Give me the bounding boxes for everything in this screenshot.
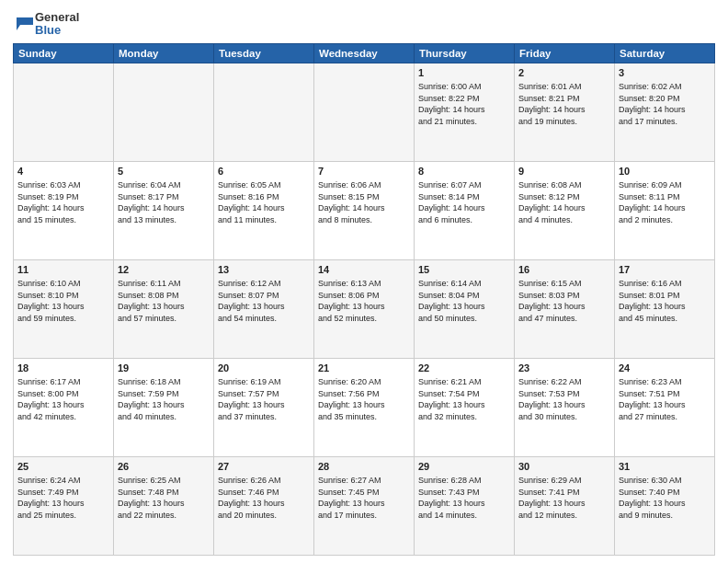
day-number: 6 [218, 165, 310, 178]
calendar-cell: 30Sunrise: 6:29 AMSunset: 7:41 PMDayligh… [515, 456, 615, 555]
calendar-cell: 14Sunrise: 6:13 AMSunset: 8:06 PMDayligh… [314, 259, 415, 358]
calendar-cell: 2Sunrise: 6:01 AMSunset: 8:21 PMDaylight… [515, 63, 615, 161]
weekday-header-tuesday: Tuesday [214, 43, 314, 63]
calendar-cell: 18Sunrise: 6:17 AMSunset: 8:00 PMDayligh… [14, 358, 114, 456]
day-number: 22 [418, 362, 510, 375]
day-number: 2 [518, 66, 610, 80]
day-number: 4 [17, 165, 109, 178]
day-number: 9 [518, 165, 610, 178]
calendar-cell: 4Sunrise: 6:03 AMSunset: 8:19 PMDaylight… [14, 161, 114, 259]
day-number: 1 [418, 66, 510, 80]
logo: GeneralBlue [13, 11, 79, 38]
day-number: 13 [218, 263, 310, 277]
calendar-cell: 29Sunrise: 6:28 AMSunset: 7:43 PMDayligh… [415, 456, 515, 555]
calendar-cell: 31Sunrise: 6:30 AMSunset: 7:40 PMDayligh… [615, 456, 715, 555]
day-number: 19 [118, 362, 210, 375]
day-number: 17 [619, 263, 711, 277]
calendar-cell: 22Sunrise: 6:21 AMSunset: 7:54 PMDayligh… [415, 358, 515, 456]
day-number: 14 [318, 263, 410, 277]
week-row-4: 18Sunrise: 6:17 AMSunset: 8:00 PMDayligh… [14, 358, 715, 456]
day-number: 10 [619, 165, 711, 178]
day-number: 12 [118, 263, 210, 277]
calendar-cell: 20Sunrise: 6:19 AMSunset: 7:57 PMDayligh… [214, 358, 314, 456]
calendar-cell: 7Sunrise: 6:06 AMSunset: 8:15 PMDaylight… [314, 161, 415, 259]
top-section: GeneralBlue [13, 11, 715, 38]
page: GeneralBlue SundayMondayTuesdayWednesday… [0, 0, 728, 563]
day-number: 7 [318, 165, 410, 178]
day-number: 15 [418, 263, 510, 277]
calendar-cell: 23Sunrise: 6:22 AMSunset: 7:53 PMDayligh… [515, 358, 615, 456]
calendar-cell [114, 63, 214, 161]
weekday-header-sunday: Sunday [14, 43, 114, 63]
weekday-header-saturday: Saturday [615, 43, 715, 63]
weekday-header-wednesday: Wednesday [314, 43, 415, 63]
weekday-header-friday: Friday [515, 43, 615, 63]
calendar-cell [214, 63, 314, 161]
calendar-cell: 10Sunrise: 6:09 AMSunset: 8:11 PMDayligh… [615, 161, 715, 259]
calendar-cell: 21Sunrise: 6:20 AMSunset: 7:56 PMDayligh… [314, 358, 415, 456]
calendar-cell: 11Sunrise: 6:10 AMSunset: 8:10 PMDayligh… [14, 259, 114, 358]
day-number: 29 [418, 460, 510, 474]
day-number: 8 [418, 165, 510, 178]
calendar-cell: 12Sunrise: 6:11 AMSunset: 8:08 PMDayligh… [114, 259, 214, 358]
calendar-cell: 6Sunrise: 6:05 AMSunset: 8:16 PMDaylight… [214, 161, 314, 259]
calendar-cell: 27Sunrise: 6:26 AMSunset: 7:46 PMDayligh… [214, 456, 314, 555]
calendar-cell: 19Sunrise: 6:18 AMSunset: 7:59 PMDayligh… [114, 358, 214, 456]
weekday-header-thursday: Thursday [415, 43, 515, 63]
calendar-cell: 25Sunrise: 6:24 AMSunset: 7:49 PMDayligh… [14, 456, 114, 555]
day-number: 24 [619, 362, 711, 375]
calendar-cell: 24Sunrise: 6:23 AMSunset: 7:51 PMDayligh… [615, 358, 715, 456]
weekday-header-monday: Monday [114, 43, 214, 63]
calendar-cell [14, 63, 114, 161]
calendar-table: SundayMondayTuesdayWednesdayThursdayFrid… [13, 43, 715, 556]
week-row-5: 25Sunrise: 6:24 AMSunset: 7:49 PMDayligh… [14, 456, 715, 555]
day-number: 28 [318, 460, 410, 474]
calendar-cell: 3Sunrise: 6:02 AMSunset: 8:20 PMDaylight… [615, 63, 715, 161]
week-row-3: 11Sunrise: 6:10 AMSunset: 8:10 PMDayligh… [14, 259, 715, 358]
day-number: 26 [118, 460, 210, 474]
calendar-cell: 17Sunrise: 6:16 AMSunset: 8:01 PMDayligh… [615, 259, 715, 358]
weekday-header-row: SundayMondayTuesdayWednesdayThursdayFrid… [14, 43, 715, 63]
calendar-cell: 26Sunrise: 6:25 AMSunset: 7:48 PMDayligh… [114, 456, 214, 555]
day-number: 25 [17, 460, 109, 474]
calendar-cell [314, 63, 415, 161]
day-number: 20 [218, 362, 310, 375]
calendar-cell: 8Sunrise: 6:07 AMSunset: 8:14 PMDaylight… [415, 161, 515, 259]
day-number: 18 [17, 362, 109, 375]
week-row-2: 4Sunrise: 6:03 AMSunset: 8:19 PMDaylight… [14, 161, 715, 259]
calendar-cell: 9Sunrise: 6:08 AMSunset: 8:12 PMDaylight… [515, 161, 615, 259]
day-number: 30 [518, 460, 610, 474]
svg-marker-0 [17, 17, 33, 30]
day-number: 27 [218, 460, 310, 474]
day-number: 11 [17, 263, 109, 277]
day-number: 21 [318, 362, 410, 375]
day-number: 16 [518, 263, 610, 277]
week-row-1: 1Sunrise: 6:00 AMSunset: 8:22 PMDaylight… [14, 63, 715, 161]
day-number: 23 [518, 362, 610, 375]
day-number: 31 [619, 460, 711, 474]
calendar-cell: 13Sunrise: 6:12 AMSunset: 8:07 PMDayligh… [214, 259, 314, 358]
day-number: 3 [619, 66, 711, 80]
logo-content: GeneralBlue [13, 11, 79, 38]
calendar-cell: 28Sunrise: 6:27 AMSunset: 7:45 PMDayligh… [314, 456, 415, 555]
calendar-cell: 5Sunrise: 6:04 AMSunset: 8:17 PMDaylight… [114, 161, 214, 259]
calendar-cell: 15Sunrise: 6:14 AMSunset: 8:04 PMDayligh… [415, 259, 515, 358]
calendar-cell: 1Sunrise: 6:00 AMSunset: 8:22 PMDaylight… [415, 63, 515, 161]
calendar-cell: 16Sunrise: 6:15 AMSunset: 8:03 PMDayligh… [515, 259, 615, 358]
day-number: 5 [118, 165, 210, 178]
